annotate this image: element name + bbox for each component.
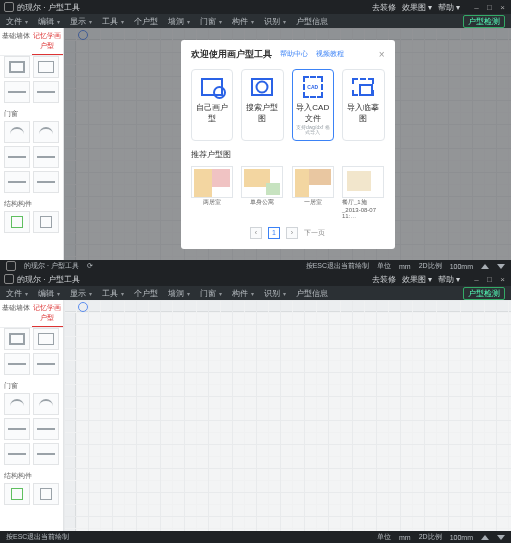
menu-doors[interactable]: 门窗 [200, 288, 222, 299]
window-minimize[interactable]: – [472, 3, 481, 12]
canvas[interactable]: 欢迎使用画户型工具 帮助中心 视频教程 × 自己画户型 搜索户型图 [64, 28, 511, 260]
member-tool-col[interactable] [4, 211, 30, 233]
option-search[interactable]: 搜索户型图 [241, 69, 284, 141]
wall-tool-a[interactable] [4, 81, 30, 103]
menu-plan-check[interactable]: 户型检测 [463, 287, 505, 300]
template-4[interactable]: 餐厅_1施_2013-08-07 11:… [342, 166, 385, 219]
menu-file[interactable]: 文件 [6, 288, 28, 299]
menu-huxing[interactable]: 个户型 [134, 288, 158, 299]
template-1-thumb [191, 166, 233, 198]
titlebar-action-decorate[interactable]: 去装修 [372, 274, 396, 285]
modal-help-center-link[interactable]: 帮助中心 [280, 49, 308, 59]
member-tool-beam[interactable] [33, 483, 59, 505]
template-1[interactable]: 两居室 [191, 166, 234, 219]
statusbar: 按ESC退出当前绘制 单位 mm 2D比例 100mm [0, 531, 511, 543]
menu-display[interactable]: 显示 [70, 16, 92, 27]
window-maximize[interactable]: □ [485, 3, 494, 12]
wall-tool-thick[interactable] [4, 328, 30, 350]
pager-next-label[interactable]: 下一页 [304, 228, 325, 238]
member-tool-col[interactable] [4, 483, 30, 505]
window-close[interactable]: × [498, 3, 507, 12]
pager-next-btn[interactable]: › [286, 227, 298, 239]
pager-prev[interactable]: ‹ [250, 227, 262, 239]
titlebar-action-help[interactable]: 帮助 ▾ [438, 274, 460, 285]
menu-file[interactable]: 文件 [6, 16, 28, 27]
menu-edit[interactable]: 编辑 [38, 16, 60, 27]
window-maximize[interactable]: □ [485, 275, 494, 284]
menu-detect[interactable]: 识别 [264, 288, 286, 299]
menu-member[interactable]: 构件 [232, 288, 254, 299]
lp-tab-basic[interactable]: 基础墙体 [0, 28, 32, 55]
door-tool-right[interactable] [33, 393, 59, 415]
window-tool-a[interactable] [4, 146, 30, 168]
wall-tool-a[interactable] [4, 353, 30, 375]
door-tool-right[interactable] [33, 121, 59, 143]
option-trace-label: 导入临摹图 [345, 102, 382, 124]
zoom-in-button[interactable] [481, 263, 489, 270]
menu-detect[interactable]: 识别 [264, 16, 286, 27]
wall-tool-thin[interactable] [33, 56, 59, 78]
lp-members [0, 483, 63, 507]
status-scale-value[interactable]: 100mm [450, 534, 473, 541]
option-cad-label: 导入CAD文件 [295, 102, 332, 124]
titlebar-action-render[interactable]: 效果图 ▾ [402, 2, 432, 13]
window-tool-c[interactable] [4, 443, 30, 465]
titlebar: 的现尔 · 户型工具 去装修 效果图 ▾ 帮助 ▾ – □ × [0, 272, 511, 286]
option-trace[interactable]: 导入临摹图 [342, 69, 385, 141]
zoom-out-button[interactable] [497, 263, 505, 270]
option-draw[interactable]: 自己画户型 [191, 69, 234, 141]
lp-tab-smart[interactable]: 记忆学画户型 [32, 28, 64, 55]
canvas[interactable] [64, 300, 511, 531]
lp-section-doors: 门窗 [0, 105, 63, 121]
wall-tool-thin[interactable] [33, 328, 59, 350]
template-2[interactable]: 单身公寓 [241, 166, 284, 219]
menu-doors[interactable]: 门窗 [200, 16, 222, 27]
status-refresh-icon[interactable]: ⟳ [87, 262, 93, 270]
modal-close-button[interactable]: × [379, 49, 385, 60]
lp-tab-basic[interactable]: 基础墙体 [0, 300, 32, 327]
menu-info[interactable]: 户型信息 [296, 288, 328, 299]
window-tool-d[interactable] [33, 443, 59, 465]
wall-tool-b[interactable] [33, 81, 59, 103]
wall-tool-thick[interactable] [4, 56, 30, 78]
option-import-cad[interactable]: 导入CAD文件 支持dwg/dxf 格式导入 [292, 69, 335, 141]
canvas-origin-icon[interactable] [78, 302, 88, 312]
modal-options: 自己画户型 搜索户型图 导入CAD文件 支持dwg/dxf 格式导入 [191, 69, 385, 141]
titlebar-action-help[interactable]: 帮助 ▾ [438, 2, 460, 13]
modal-video-tutorial-link[interactable]: 视频教程 [316, 49, 344, 59]
window-close[interactable]: × [498, 275, 507, 284]
window-tool-b[interactable] [33, 418, 59, 440]
wall-tool-b[interactable] [33, 353, 59, 375]
window-tool-d[interactable] [33, 171, 59, 193]
menu-huxing[interactable]: 个户型 [134, 16, 158, 27]
window-tool-a[interactable] [4, 418, 30, 440]
lp-tab-smart[interactable]: 记忆学画户型 [32, 300, 64, 327]
member-tool-beam[interactable] [33, 211, 59, 233]
template-3[interactable]: 一居室 [292, 166, 335, 219]
menu-tools[interactable]: 工具 [102, 288, 124, 299]
status-unit-value[interactable]: mm [399, 263, 411, 270]
status-brand: 的现尔 · 户型工具 [24, 261, 79, 271]
window-tool-b[interactable] [33, 146, 59, 168]
titlebar-action-decorate[interactable]: 去装修 [372, 2, 396, 13]
titlebar-action-render[interactable]: 效果图 ▾ [402, 274, 432, 285]
menu-walls[interactable]: 墙洞 [168, 288, 190, 299]
status-unit-value[interactable]: mm [399, 534, 411, 541]
menu-member[interactable]: 构件 [232, 16, 254, 27]
zoom-out-button[interactable] [497, 534, 505, 541]
menu-tools[interactable]: 工具 [102, 16, 124, 27]
menu-plan-check[interactable]: 户型检测 [463, 15, 505, 28]
door-tool-left[interactable] [4, 393, 30, 415]
menu-info[interactable]: 户型信息 [296, 16, 328, 27]
menu-walls[interactable]: 墙洞 [168, 16, 190, 27]
door-tool-left[interactable] [4, 121, 30, 143]
menu-edit[interactable]: 编辑 [38, 288, 60, 299]
modal-backdrop: 欢迎使用画户型工具 帮助中心 视频教程 × 自己画户型 搜索户型图 [64, 28, 511, 260]
status-scale-value[interactable]: 100mm [450, 263, 473, 270]
status-scale-label: 2D比例 [419, 261, 442, 271]
window-tool-c[interactable] [4, 171, 30, 193]
window-minimize[interactable]: – [472, 275, 481, 284]
menu-display[interactable]: 显示 [70, 288, 92, 299]
zoom-in-button[interactable] [481, 534, 489, 541]
template-2-label: 单身公寓 [250, 198, 274, 207]
